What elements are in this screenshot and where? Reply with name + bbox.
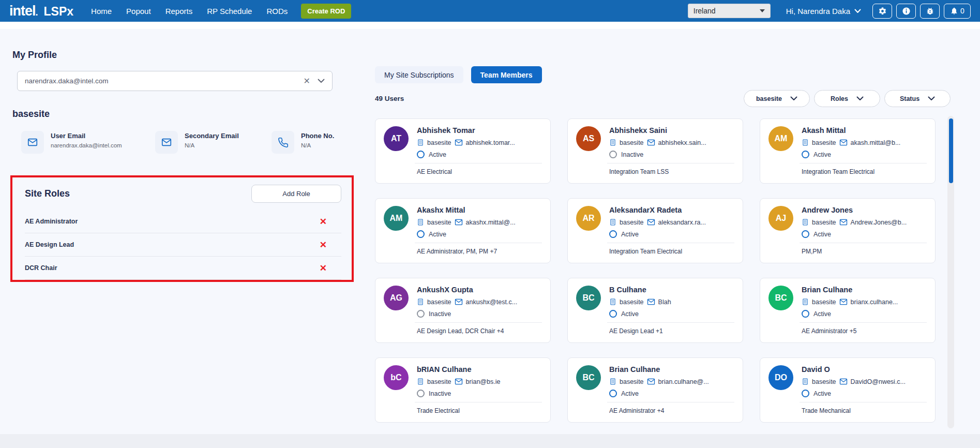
avatar: AT: [384, 126, 409, 151]
settings-button[interactable]: [872, 4, 892, 19]
site-role-row: AE Design Lead ✕: [25, 233, 341, 257]
member-site: basesite: [812, 139, 836, 146]
avatar-initials: BC: [775, 293, 787, 303]
avatar: DO: [768, 365, 793, 390]
card-divider: [607, 243, 734, 243]
avatar: AJ: [768, 206, 793, 231]
member-info-row: basesite Andrew.Jones@b...: [802, 218, 927, 226]
member-info-row: basesite Blah: [609, 298, 734, 306]
avatar-initials: BC: [582, 293, 594, 303]
bug-report-button[interactable]: [920, 4, 940, 19]
avatar-initials: BC: [582, 373, 594, 382]
card-divider: [800, 243, 927, 243]
building-icon: [802, 378, 809, 385]
add-role-button[interactable]: Add Role: [251, 185, 341, 203]
card-divider: [800, 402, 927, 402]
member-site: basesite: [620, 298, 644, 306]
nav-item[interactable]: Popout: [126, 7, 151, 16]
info-button[interactable]: [896, 4, 916, 19]
member-roles: AE Administrator, PM, PM +7: [417, 248, 542, 255]
member-status: Active: [813, 151, 831, 158]
mail-icon: [839, 219, 848, 226]
member-card[interactable]: BC Brian Culhane basesite brianx.culhane…: [760, 278, 936, 343]
site-role-row: DCR Chair ✕: [25, 257, 341, 280]
avatar: AM: [768, 126, 793, 151]
contact-label: Secondary Email: [185, 132, 239, 140]
status-circle-icon: [802, 230, 809, 238]
profile-search-input[interactable]: [25, 77, 304, 85]
member-name: Akash Mittal: [802, 126, 927, 135]
member-site: basesite: [812, 378, 836, 385]
status-circle-icon: [417, 310, 425, 318]
status-circle-icon: [609, 151, 617, 158]
building-icon: [609, 378, 616, 385]
scrollbar-track[interactable]: [947, 116, 954, 428]
mail-icon: [455, 219, 463, 226]
chevron-down-icon[interactable]: [318, 79, 325, 83]
member-roles: PM,PM: [802, 248, 927, 255]
card-divider: [800, 322, 927, 323]
nav-item[interactable]: RP Schedule: [207, 7, 252, 16]
site-role-name: AE Design Lead: [25, 241, 74, 248]
filter-dropdown[interactable]: basesite: [744, 90, 810, 107]
member-email: brianx.culhane...: [851, 298, 898, 306]
nav-item[interactable]: Home: [91, 7, 112, 16]
card-divider: [415, 163, 542, 163]
site-roles-list: AE Administrator ✕ AE Design Lead ✕ DCR …: [25, 210, 341, 280]
mail-icon: [455, 298, 463, 305]
chevron-down-icon: [790, 96, 797, 101]
app-name: LSPx: [44, 5, 74, 19]
member-card[interactable]: DO David O basesite DavidO@nwesi.c... Ac…: [760, 357, 936, 423]
member-card[interactable]: bC bRIAN Culhane basesite brian@bs.ie In…: [375, 357, 551, 423]
member-status-row: Active: [802, 230, 927, 238]
member-roles: AE Administrator +5: [802, 327, 927, 335]
remove-role-icon[interactable]: ✕: [320, 217, 327, 226]
member-email: ankushx@test.c...: [466, 298, 518, 306]
building-icon: [609, 139, 616, 146]
member-card[interactable]: AM Akash Mittal basesite akash.mittal@b.…: [760, 118, 936, 184]
member-status-row: Active: [417, 151, 542, 158]
member-card[interactable]: AJ Andrew Jones basesite Andrew.Jones@b.…: [760, 198, 936, 263]
tab-team-members[interactable]: Team Members: [471, 66, 542, 83]
user-menu[interactable]: Hi, Narendra Daka: [786, 7, 861, 16]
remove-role-icon[interactable]: ✕: [320, 264, 327, 273]
member-card[interactable]: AM Akashx Mittal basesite akashx.mittal@…: [375, 198, 551, 263]
member-status: Inactive: [429, 310, 451, 318]
avatar-initials: AS: [583, 134, 594, 143]
avatar: AG: [384, 286, 409, 310]
filter-dropdown[interactable]: Roles: [814, 90, 880, 107]
member-card[interactable]: AG AnkushX Gupta basesite ankushx@test.c…: [375, 278, 551, 343]
member-card[interactable]: BC Brian Culhane basesite brian.culhane@…: [567, 357, 743, 423]
avatar: bC: [384, 365, 409, 390]
nav-item[interactable]: RODs: [266, 7, 288, 16]
member-status-row: Active: [802, 151, 927, 158]
building-icon: [417, 378, 424, 385]
remove-role-icon[interactable]: ✕: [320, 241, 327, 249]
clear-icon[interactable]: ✕: [304, 77, 310, 85]
member-status-row: Active: [609, 390, 734, 397]
create-rod-button[interactable]: Create ROD: [301, 4, 351, 19]
member-site: basesite: [812, 298, 836, 306]
region-select[interactable]: Ireland: [688, 4, 771, 18]
site-roles-highlight-box: Site Roles Add Role AE Administrator ✕ A…: [10, 175, 354, 282]
member-status: Active: [813, 310, 831, 318]
avatar-initials: AJ: [776, 214, 786, 223]
mail-icon: [647, 378, 655, 385]
member-card[interactable]: AS Abhishekx Saini basesite abhishekx.sa…: [567, 118, 743, 184]
filter-dropdown[interactable]: Status: [884, 90, 951, 107]
tab-my-site-subscriptions[interactable]: My Site Subscriptions: [375, 66, 463, 83]
mail-icon: [647, 298, 655, 305]
member-roles: AE Electrical: [417, 168, 542, 175]
notifications-button[interactable]: 0: [944, 4, 971, 19]
member-card[interactable]: BC B Culhane basesite Blah Active AE De: [567, 278, 743, 343]
member-card[interactable]: AT Abhishek Tomar basesite abhishek.toma…: [375, 118, 551, 184]
member-name: bRIAN Culhane: [417, 365, 542, 374]
avatar-initials: AG: [390, 293, 402, 303]
avatar-initials: bC: [390, 373, 401, 382]
contact-value: narendrax.daka@intel.com: [51, 142, 122, 148]
member-status: Inactive: [429, 390, 451, 397]
member-card[interactable]: AR AleksandarX Radeta basesite aleksanda…: [567, 198, 743, 263]
scrollbar-thumb[interactable]: [949, 118, 953, 183]
building-icon: [609, 218, 616, 226]
nav-item[interactable]: Reports: [165, 7, 193, 16]
